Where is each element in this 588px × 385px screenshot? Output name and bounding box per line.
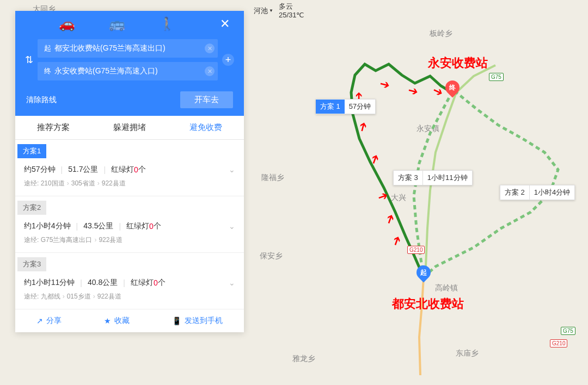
favorite-button[interactable]: ★收藏 [104,316,130,326]
share-button[interactable]: ↗分享 [36,316,62,326]
panel-header: 🚗 🚌 🚶 ✕ ⇅ 起 都安北收费站(G75兰海高速出口) ✕ 终 永安收费站(… [15,11,244,116]
plan-via: 途经: 九都线›015乡道›922县道 [15,290,244,309]
route-tabs: 推荐方案 躲避拥堵 避免收费 [15,116,244,140]
close-icon[interactable]: ✕ [220,17,230,31]
clear-route-link[interactable]: 清除路线 [26,95,57,105]
weather-info: 多云25/31℃ [279,2,305,19]
phone-icon: 📱 [172,316,181,325]
star-icon: ★ [104,316,111,325]
walk-icon[interactable]: 🚶 [159,16,175,32]
start-value: 都安北收费站(G75兰海高速出口) [54,44,205,53]
weather-widget[interactable]: 河池▼ 多云25/31℃ [254,2,304,19]
plan-label: 方案3 [17,257,46,271]
marker-start[interactable]: 起 [416,265,431,284]
plan-row[interactable]: 约1小时11分钟| 40.8公里| 红绿灯0个 ⌄ [15,271,244,290]
plan-via: 途经: G75兰海高速出口›922县道 [15,233,244,253]
go-button[interactable]: 开车去 [180,91,233,108]
plan-row[interactable]: 约57分钟| 51.7公里| 红绿灯0个 ⌄ [15,158,244,177]
plan-label: 方案2 [17,201,46,215]
plan-via: 途经: 210国道›305省道›922县道 [15,177,244,196]
tab-avoid-jam[interactable]: 躲避拥堵 [91,116,168,139]
plan-row[interactable]: 约1小时4分钟| 43.5公里| 红绿灯0个 ⌄ [15,215,244,233]
send-to-phone-button[interactable]: 📱发送到手机 [172,316,223,326]
bus-icon[interactable]: 🚌 [109,16,125,32]
chevron-down-icon[interactable]: ⌄ [229,165,235,174]
tab-recommended[interactable]: 推荐方案 [15,116,91,139]
share-icon: ↗ [36,316,43,325]
annotation-start: 都安北收费站 [392,296,464,312]
callout-plan3[interactable]: 方案 31小时11分钟 [393,170,473,185]
annotation-end: 永安收费站 [428,55,488,71]
chevron-down-icon: ▼ [269,8,273,13]
tab-avoid-toll[interactable]: 避免收费 [168,116,244,139]
end-value: 永安收费站(G75兰海高速入口) [54,66,205,76]
shield-g75: G75 [561,327,575,335]
directions-panel: 🚗 🚌 🚶 ✕ ⇅ 起 都安北收费站(G75兰海高速出口) ✕ 终 永安收费站(… [15,11,244,332]
chevron-down-icon[interactable]: ⌄ [229,278,235,287]
shield-g75: G75 [489,73,504,81]
clear-icon[interactable]: ✕ [205,66,215,76]
chevron-down-icon[interactable]: ⌄ [229,222,235,231]
start-input[interactable]: 起 都安北收费站(G75兰海高速出口) ✕ [38,39,218,58]
panel-footer: ↗分享 ★收藏 📱发送到手机 [15,309,244,332]
car-icon[interactable]: 🚗 [59,16,75,32]
transport-modes: 🚗 🚌 🚶 [59,16,175,32]
clear-icon[interactable]: ✕ [205,44,215,53]
plans-list: 方案1 约57分钟| 51.7公里| 红绿灯0个 ⌄ 途经: 210国道›305… [15,140,244,309]
callout-plan1[interactable]: 方案 157分钟 [316,99,376,114]
shield-g210: G210 [550,339,567,347]
swap-icon[interactable]: ⇅ [25,54,33,66]
shield-g210: G210 [407,246,425,254]
weather-location[interactable]: 河池▼ [254,6,273,16]
plan-label: 方案1 [17,144,46,158]
end-input[interactable]: 终 永安收费站(G75兰海高速入口) ✕ [38,62,218,80]
marker-end[interactable]: 终 [445,80,460,99]
add-waypoint-button[interactable]: + [222,54,234,66]
callout-plan2[interactable]: 方案 21小时4分钟 [500,185,575,200]
